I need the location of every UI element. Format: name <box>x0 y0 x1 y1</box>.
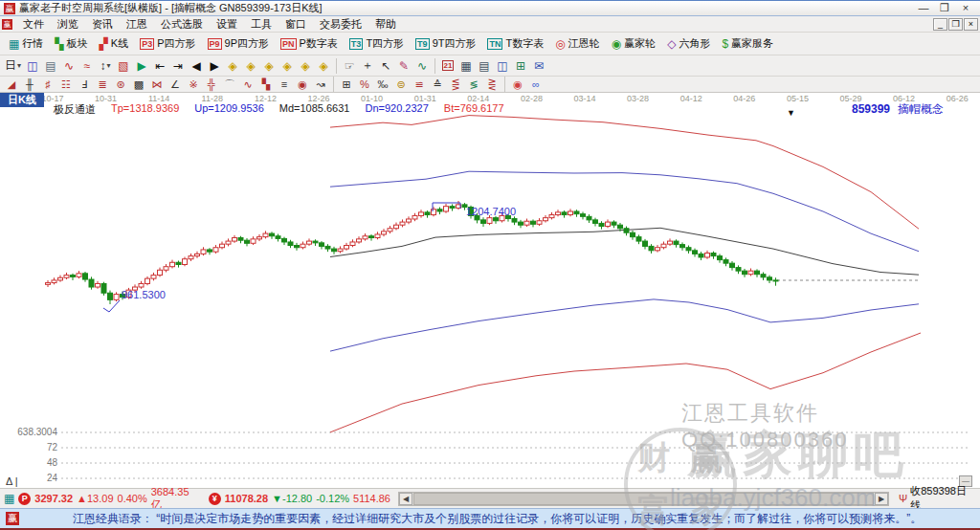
scroll-left-icon[interactable]: ◀ <box>399 493 412 505</box>
f-tool-icon[interactable]: Ⅎ <box>76 77 93 91</box>
calendar-icon[interactable]: 21 <box>439 57 457 74</box>
angle-line-icon[interactable]: ◢ <box>3 77 20 91</box>
menu-江恩[interactable]: 江恩 <box>120 16 154 33</box>
minimize-button[interactable]: — <box>913 2 934 15</box>
approx-icon[interactable]: ≌ <box>411 77 428 91</box>
tab-daily-kline[interactable]: 日K线 <box>0 93 44 107</box>
permille-icon[interactable]: ‰ <box>374 77 391 91</box>
menu-文件[interactable]: 文件 <box>16 16 51 33</box>
horizontal-scrollbar[interactable]: ◀ ▶ <box>398 492 889 506</box>
wave2-icon[interactable]: ∿ <box>239 77 256 91</box>
ref-mark-icon[interactable]: ※ <box>185 77 202 91</box>
levels-icon[interactable]: ≣ <box>94 77 111 91</box>
angle2-icon[interactable]: ∠ <box>167 77 184 91</box>
period-selector[interactable]: 日▾ <box>3 57 23 74</box>
pointer-tool-icon[interactable]: ↖ <box>377 57 394 74</box>
wave-tool-icon[interactable]: ∿ <box>413 57 431 74</box>
gann-diamond-5[interactable]: ◈ <box>297 57 314 74</box>
fan-line-icon[interactable]: ╫ <box>21 77 38 91</box>
red-ball-icon[interactable]: ◉ <box>509 77 526 91</box>
status-bar: ▦ P 3297.32 ▲13.09 0.40% 3684.35亿 ¥ 1107… <box>0 488 980 508</box>
gann-diamond-3[interactable]: ◈ <box>260 57 278 74</box>
scale-icon[interactable]: ↕▾ <box>97 57 114 74</box>
gann-diamond-6[interactable]: ◈ <box>315 57 332 74</box>
menu-交易委托[interactable]: 交易委托 <box>313 16 368 33</box>
winner-service-button[interactable]: $赢家服务 <box>717 34 778 53</box>
gtreq-icon[interactable]: ⋛ <box>483 77 501 91</box>
t9-square-button[interactable]: T99T四方形 <box>411 34 480 53</box>
lines-icon[interactable]: ≡ <box>276 77 293 91</box>
menu-工具[interactable]: 工具 <box>244 16 278 33</box>
cross-tool-icon[interactable]: ＋ <box>359 57 376 74</box>
circle-eq-icon[interactable]: ⊜ <box>392 77 410 91</box>
menu-设置[interactable]: 设置 <box>210 16 244 33</box>
lessgtr-icon[interactable]: ⋚ <box>447 77 464 91</box>
hand-tool-icon[interactable]: ☞ <box>341 57 358 74</box>
gann-diamond-4[interactable]: ◈ <box>278 57 296 74</box>
pen-tool-icon[interactable]: ✎ <box>395 57 412 74</box>
save-icon[interactable]: ◫ <box>494 57 511 74</box>
block-icon[interactable]: ▚ <box>257 77 275 91</box>
estimate-icon[interactable]: ≙ <box>429 77 446 91</box>
restore-button[interactable]: ❒ <box>934 2 955 15</box>
first-bar-icon[interactable]: ⇤ <box>151 57 168 74</box>
hexagon-button[interactable]: ◇六角形 <box>662 34 715 53</box>
close-button[interactable]: × <box>955 2 976 15</box>
gtrless-icon[interactable]: ≶ <box>465 77 482 91</box>
arc-tool-icon[interactable]: ⌒ <box>221 77 238 91</box>
mdi-restore-button[interactable]: ❒ <box>948 18 963 31</box>
last-bar-icon[interactable]: ⇥ <box>169 57 187 74</box>
scroll-right-icon[interactable]: ▶ <box>875 493 888 505</box>
t-number-button[interactable]: TNT数字表 <box>482 34 548 53</box>
quote-button[interactable]: ▦行情 <box>4 34 48 53</box>
target-icon[interactable]: ◉ <box>294 77 311 91</box>
infinity-icon[interactable]: ∞ <box>527 77 545 91</box>
trend-icon[interactable]: ∿ <box>60 57 78 74</box>
percent-icon[interactable]: % <box>356 77 373 91</box>
squiggle-icon[interactable]: ↝ <box>312 77 329 91</box>
shade-tool-icon[interactable]: ▩ <box>130 77 147 91</box>
chart-canvas[interactable]: 10-1710-3111-1411-2812-1212-2601-1001-31… <box>0 93 980 488</box>
circle-tool-icon[interactable]: ⊛ <box>112 77 129 91</box>
sector-button-icon: ▚ <box>55 37 63 51</box>
grid-icon[interactable]: ▦ <box>4 492 14 505</box>
scrollbar-thumb[interactable] <box>413 493 874 505</box>
trend2-icon[interactable]: ≈ <box>78 57 96 74</box>
gann-diamond-2[interactable]: ◈ <box>242 57 259 74</box>
t-square-button[interactable]: T3T四方形 <box>345 34 409 53</box>
gann-diamond-1[interactable]: ◈ <box>224 57 241 74</box>
p-number-button[interactable]: PNP数字表 <box>276 34 343 53</box>
winner-wheel-button[interactable]: ◉赢家轮 <box>607 34 660 53</box>
overlay-icon[interactable]: ▧ <box>115 57 132 74</box>
scroll-delta-mark[interactable]: Δ | <box>6 475 18 487</box>
menu-帮助[interactable]: 帮助 <box>368 16 403 33</box>
kline-button[interactable]: ▞K线 <box>95 34 134 53</box>
menu-公式选股[interactable]: 公式选股 <box>154 16 210 33</box>
export-icon[interactable]: ⊞ <box>512 57 529 74</box>
kline-style-icon[interactable]: ◫ <box>24 57 41 74</box>
grid-tool-icon[interactable]: ♯ <box>39 77 56 91</box>
menu-资讯[interactable]: 资讯 <box>85 16 120 33</box>
hexagon-button-label: 六角形 <box>679 36 710 51</box>
menu-浏览[interactable]: 浏览 <box>51 16 85 33</box>
ratio-grid-icon[interactable]: ⊞ <box>338 77 355 91</box>
info-panel-icon[interactable]: ▤ <box>42 57 59 74</box>
bowtie-icon[interactable]: ⋈ <box>148 77 166 91</box>
mdi-minimize-button[interactable]: _ <box>933 18 947 31</box>
mdi-close-button[interactable]: × <box>964 18 978 31</box>
p9-square-button[interactable]: P99P四方形 <box>203 34 274 53</box>
menu-窗口[interactable]: 窗口 <box>278 16 313 33</box>
notes-icon[interactable]: ▤ <box>476 57 493 74</box>
calculator-icon[interactable]: ▦ <box>457 57 475 74</box>
sector-button[interactable]: ▚板块 <box>50 34 92 53</box>
cross-grid-icon[interactable]: ╬ <box>203 77 220 91</box>
window-title: 赢家老子时空周期系统[纵横版] - [摘帽概念 GN859399-173日K线] <box>19 1 913 15</box>
icon-toolbar: 日▾◫▤∿≈↕▾▧▶⇤⇥◀▶◈◈◈◈◈◈☞＋↖✎∿21▦▤◫⊞✉ <box>0 55 980 77</box>
trigram-icon[interactable]: ☷ <box>57 77 75 91</box>
prev-bar-icon[interactable]: ◀ <box>188 57 205 74</box>
flag-icon[interactable]: ▶ <box>133 57 150 74</box>
gann-wheel-button[interactable]: ◎江恩轮 <box>550 34 604 53</box>
next-bar-icon[interactable]: ▶ <box>206 57 223 74</box>
mail-icon[interactable]: ✉ <box>530 57 547 74</box>
p-square-button[interactable]: P3P四方形 <box>135 34 200 53</box>
